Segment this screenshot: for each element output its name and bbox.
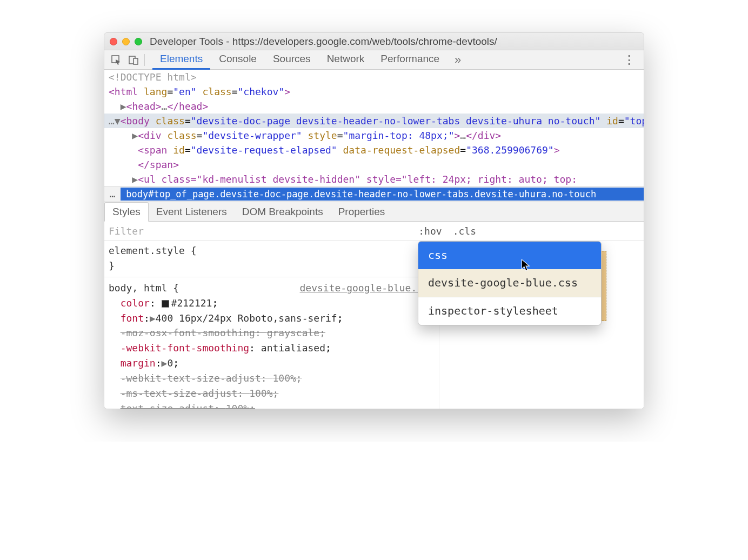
inspect-element-icon[interactable]	[108, 52, 125, 68]
tab-sources[interactable]: Sources	[265, 50, 318, 70]
traffic-lights	[110, 38, 142, 45]
device-toggle-icon[interactable]	[125, 52, 142, 68]
dom-tree[interactable]: <!DOCTYPE html> <html lang="en" class="c…	[104, 70, 644, 186]
styles-subtabs: Styles Event Listeners DOM Breakpoints P…	[104, 202, 644, 222]
ul-partial[interactable]: ▶<ul class="kd-menulist devsite-hidden" …	[104, 172, 644, 186]
tab-elements[interactable]: Elements	[152, 50, 210, 70]
devtools-window: Developer Tools - https://developers.goo…	[104, 32, 644, 409]
titlebar: Developer Tools - https://developers.goo…	[104, 33, 644, 50]
stylesheet-link[interactable]: devsite-google-blue.css	[300, 281, 435, 296]
doctype: <!DOCTYPE html>	[109, 71, 197, 83]
hov-toggle[interactable]: :hov	[413, 225, 447, 237]
span-node[interactable]: <span id="devsite-request-elapsed" data-…	[104, 143, 644, 157]
main-tabs: Elements Console Sources Network Perform…	[152, 50, 447, 70]
breadcrumb-selected[interactable]: body#top_of_page.devsite-doc-page.devsit…	[121, 188, 644, 201]
subtab-event-listeners[interactable]: Event Listeners	[149, 202, 235, 221]
separator	[144, 54, 145, 66]
body-node-selected[interactable]: …▼<body class="devsite-doc-page devsite-…	[104, 114, 644, 128]
div-node[interactable]: ▶<div class="devsite-wrapper" style="mar…	[104, 128, 644, 143]
zoom-icon[interactable]	[135, 38, 142, 45]
menu-icon[interactable]: ⋮	[618, 51, 640, 69]
color-swatch[interactable]	[162, 300, 169, 308]
dropdown-item-inspector[interactable]: inspector-stylesheet	[418, 297, 601, 325]
close-icon[interactable]	[110, 38, 117, 45]
subtab-dom-breakpoints[interactable]: DOM Breakpoints	[235, 202, 331, 221]
window-title: Developer Tools - https://developers.goo…	[150, 36, 497, 48]
element-style-rule[interactable]: element.style { }	[109, 243, 435, 274]
subtab-styles[interactable]: Styles	[104, 202, 149, 222]
devtools-toolbar: Elements Console Sources Network Perform…	[104, 50, 644, 70]
breadcrumb-ellipsis[interactable]: …	[104, 189, 121, 199]
dropdown-item-css[interactable]: css	[418, 242, 601, 269]
styles-filterbar: :hov .cls	[104, 222, 644, 241]
dropdown-item-devsite[interactable]: devsite-google-blue.css	[418, 269, 601, 297]
html-node[interactable]: <html lang="en" class="chekov">	[104, 84, 644, 99]
tab-network[interactable]: Network	[319, 50, 372, 70]
tab-performance[interactable]: Performance	[373, 50, 447, 70]
styles-body: element.style { } devsite-google-blue.cs…	[104, 241, 644, 409]
span-close[interactable]: </span>	[104, 157, 644, 172]
tab-console[interactable]: Console	[211, 50, 264, 70]
subtab-properties[interactable]: Properties	[331, 202, 393, 221]
head-node[interactable]: ▶<head>…</head>	[104, 99, 644, 114]
minimize-icon[interactable]	[122, 38, 130, 45]
styles-filter-input[interactable]	[104, 225, 413, 237]
tabs-overflow-icon[interactable]: »	[450, 51, 465, 69]
stylesheet-dropdown: css devsite-google-blue.css inspector-st…	[418, 241, 602, 325]
svg-rect-2	[133, 58, 138, 64]
body-html-rule[interactable]: devsite-google-blue.css body, html { col…	[109, 281, 435, 409]
breadcrumb[interactable]: … body#top_of_page.devsite-doc-page.devs…	[104, 186, 644, 202]
styles-rules[interactable]: element.style { } devsite-google-blue.cs…	[104, 241, 439, 409]
cls-toggle[interactable]: .cls	[448, 225, 482, 237]
